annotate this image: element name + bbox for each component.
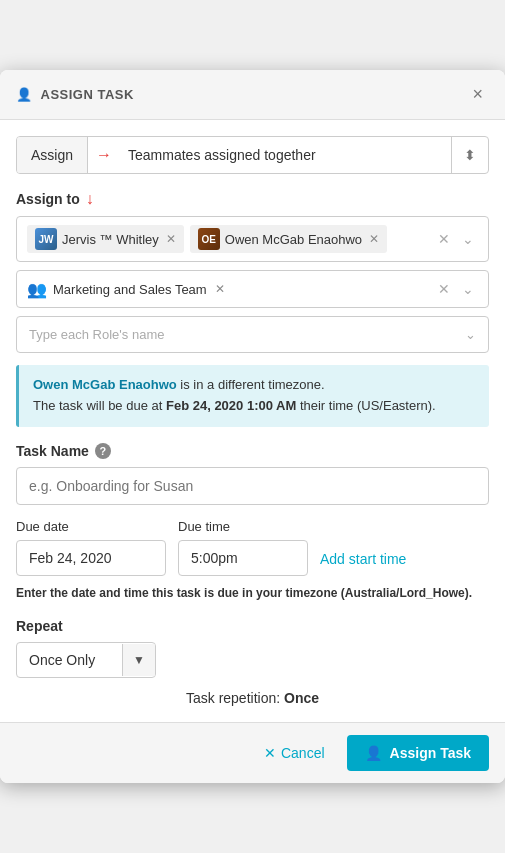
assignee-name-owen: Owen McGab Enaohwo (225, 232, 362, 247)
due-date-label: Due date (16, 519, 166, 534)
modal-title: 👤 ASSIGN TASK (16, 87, 134, 102)
repeat-select[interactable]: Once Only ▼ (16, 642, 156, 678)
timezone-zone: (Australia/Lord_Howe). (341, 586, 472, 600)
team-box[interactable]: 👥 Marketing and Sales Team ✕ ✕ ⌄ (16, 270, 489, 308)
role-input-box[interactable]: Type each Role's name ⌄ (16, 316, 489, 353)
timezone-text3: their time (US/Eastern). (296, 398, 435, 413)
timezone-hint-text: Enter the date and time this task is due… (16, 586, 341, 600)
cancel-label: Cancel (281, 745, 325, 761)
avatar-owen: OE (198, 228, 220, 250)
repeat-arrow-icon[interactable]: ▼ (122, 644, 155, 676)
role-chevron-icon: ⌄ (465, 327, 476, 342)
team-chevron-icon[interactable]: ⌄ (458, 279, 478, 299)
cancel-x-icon: ✕ (264, 745, 276, 761)
team-icon: 👥 (27, 280, 47, 299)
assignees-box-actions: ✕ ⌄ (434, 229, 478, 249)
task-repetition-label: Task repetition: (186, 690, 284, 706)
assignee-tag-jervis: JW Jervis ™ Whitley ✕ (27, 225, 184, 253)
assign-arrow-icon: → (88, 146, 120, 164)
modal-footer: ✕ Cancel 👤 Assign Task (0, 722, 505, 783)
due-time-group: Due time (178, 519, 308, 576)
assign-task-label: Assign Task (390, 745, 471, 761)
task-repetition-text: Task repetition: Once (16, 690, 489, 706)
assign-mode-text: Teammates assigned together (120, 137, 451, 173)
assign-to-label: Assign to (16, 191, 80, 207)
assign-label: Assign (17, 137, 88, 173)
timezone-hint: Enter the date and time this task is due… (16, 584, 489, 602)
timezone-name: Owen McGab Enaohwo (33, 377, 177, 392)
task-name-input[interactable] (16, 467, 489, 505)
assign-task-person-icon: 👤 (365, 745, 382, 761)
modal-header: 👤 ASSIGN TASK × (0, 70, 505, 120)
assignee-tags: JW Jervis ™ Whitley ✕ OE Owen McGab Enao… (27, 225, 426, 253)
timezone-notice: Owen McGab Enaohwo is in a different tim… (16, 365, 489, 427)
remove-jervis-button[interactable]: ✕ (166, 232, 176, 246)
cancel-button[interactable]: ✕ Cancel (252, 737, 337, 769)
assignees-chevron-icon[interactable]: ⌄ (458, 229, 478, 249)
modal-body: Assign → Teammates assigned together ⬍ A… (0, 120, 505, 722)
help-icon[interactable]: ? (95, 443, 111, 459)
due-date-group: Due date (16, 519, 166, 576)
task-name-label: Task Name ? (16, 443, 489, 459)
assign-task-button[interactable]: 👤 Assign Task (347, 735, 489, 771)
due-date-input[interactable] (16, 540, 166, 576)
person-icon: 👤 (16, 87, 33, 102)
assign-task-modal: 👤 ASSIGN TASK × Assign → Teammates assig… (0, 70, 505, 783)
due-time-label: Due time (178, 519, 308, 534)
avatar-jervis: JW (35, 228, 57, 250)
repeat-value: Once Only (17, 643, 122, 677)
timezone-text1: is in a different timezone. (177, 377, 325, 392)
team-tag: 👥 Marketing and Sales Team ✕ (27, 280, 225, 299)
clear-team-button[interactable]: ✕ (434, 279, 454, 299)
assign-chevron-icon: ⬍ (451, 137, 488, 173)
timezone-date: Feb 24, 2020 1:00 AM (166, 398, 296, 413)
role-placeholder: Type each Role's name (29, 327, 164, 342)
assign-dropdown[interactable]: Assign → Teammates assigned together ⬍ (16, 136, 489, 174)
close-button[interactable]: × (466, 82, 489, 107)
assignee-tag-owen: OE Owen McGab Enaohwo ✕ (190, 225, 387, 253)
add-start-time-button[interactable]: Add start time (320, 542, 406, 576)
date-time-row: Due date Due time Add start time (16, 519, 489, 576)
modal-title-text: ASSIGN TASK (41, 87, 134, 102)
due-time-input[interactable] (178, 540, 308, 576)
team-box-actions: ✕ ⌄ (434, 279, 478, 299)
clear-assignees-button[interactable]: ✕ (434, 229, 454, 249)
repeat-section: Repeat Once Only ▼ (16, 618, 489, 678)
task-name-section: Task Name ? (16, 443, 489, 505)
down-arrow-icon: ↓ (86, 190, 94, 208)
assignees-box[interactable]: JW Jervis ™ Whitley ✕ OE Owen McGab Enao… (16, 216, 489, 262)
team-name: Marketing and Sales Team (53, 282, 207, 297)
repeat-label: Repeat (16, 618, 489, 634)
task-repetition-value: Once (284, 690, 319, 706)
remove-team-button[interactable]: ✕ (215, 282, 225, 296)
assignee-name-jervis: Jervis ™ Whitley (62, 232, 159, 247)
timezone-text2: The task will be due at (33, 398, 166, 413)
remove-owen-button[interactable]: ✕ (369, 232, 379, 246)
assign-to-section: Assign to ↓ (16, 190, 489, 208)
